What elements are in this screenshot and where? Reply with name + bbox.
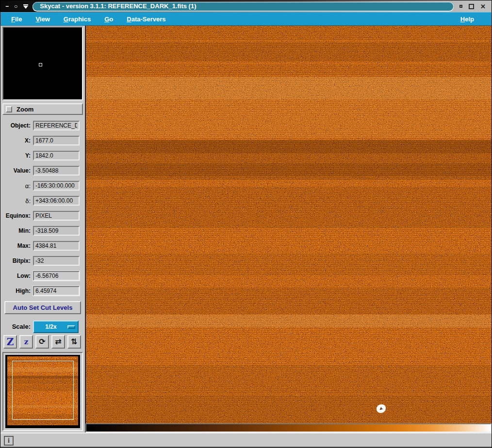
scale-row: Scale: 1/2x [0,320,85,333]
info-row-object: Object: [0,121,85,130]
min-field[interactable] [33,226,80,236]
window-title: Skycat - version 3.1.1: REFERENCE_DARK_1… [33,2,454,11]
object-field[interactable] [33,121,80,130]
scale-value: 1/2x [45,323,66,330]
zoom-in-button[interactable]: Z [3,335,17,349]
menu-view[interactable]: View [29,14,56,25]
auto-set-cut-levels-button[interactable]: Auto Set Cut Levels [4,301,81,314]
menubar: File View Graphics Go Data-Servers Help [0,12,492,26]
zoom-marker [39,63,42,66]
image-band [86,315,492,327]
equinox-label: Equinox: [0,212,31,219]
image-band [86,77,492,99]
x-field[interactable] [33,136,80,145]
titlebar[interactable]: − ○ Skycat - version 3.1.1: REFERENCE_DA… [0,0,492,12]
menu-go[interactable]: Go [98,14,120,25]
statusbar: i [0,432,492,448]
pan-window-frame [2,352,83,431]
image-band [86,26,492,40]
window-shade-icon[interactable] [23,4,29,9]
scale-option-menu[interactable]: 1/2x [33,320,79,333]
max-field[interactable] [33,241,80,251]
image-band [86,163,492,176]
high-field[interactable] [33,286,80,296]
bitpix-field[interactable] [33,256,80,266]
window-controls-right: ✕ [459,3,486,10]
maximize-icon[interactable] [469,4,474,9]
window-controls-left: − ○ [5,3,29,9]
delta-field[interactable] [33,196,80,206]
flip-x-button[interactable]: ⇄ [51,335,65,349]
zoom-in-icon: Z [7,337,14,347]
pan-band [7,419,78,425]
menu-file[interactable]: File [4,14,29,25]
orientation-toolbar: Z z ⟳ ⇄ ⇅ [3,335,81,349]
colorbar[interactable] [85,423,492,432]
main-content: Zoom Object: X: Y: Value: α: [0,26,492,432]
shade-bar [23,4,28,5]
pan-view-rectangle[interactable] [12,361,74,420]
image-canvas[interactable]: ➤ [85,26,492,423]
min-label: Min: [0,227,31,234]
flip-y-button[interactable]: ⇅ [67,335,81,349]
scale-label: Scale: [0,323,31,330]
zoom-toggle-row: Zoom [2,103,83,115]
info-icon[interactable]: i [4,436,14,446]
high-label: High: [0,288,31,294]
info-row-y: Y: [0,151,85,160]
flip-y-icon: ⇅ [71,338,77,346]
alpha-field[interactable] [33,181,80,191]
shade-triangle [23,6,28,9]
zoom-checkbox[interactable] [6,106,12,112]
image-band [86,288,492,314]
zoom-window-frame [2,27,83,100]
value-field[interactable] [33,166,80,176]
close-icon[interactable]: ✕ [480,3,486,10]
info-row-high: High: [0,286,85,296]
value-label: Value: [0,167,31,174]
delta-label: δ: [0,197,31,205]
y-field[interactable] [33,151,80,160]
flip-x-icon: ⇄ [55,338,61,346]
option-menu-indicator-icon [67,325,75,329]
info-row-equinox: Equinox: [0,211,85,221]
low-label: Low: [0,272,31,279]
menu-graphics[interactable]: Graphics [57,14,98,25]
image-band [86,254,492,275]
image-band [86,42,492,62]
bitpix-label: Bitpix: [0,257,31,264]
zoom-out-icon: z [24,338,29,346]
object-label: Object: [0,122,31,129]
rotate-button[interactable]: ⟳ [35,335,49,349]
window-dot-icon[interactable] [459,5,462,8]
image-band [86,64,492,75]
info-row-min: Min: [0,226,85,236]
menu-help[interactable]: Help [454,14,481,25]
max-label: Max: [0,242,31,249]
pan-thumbnail[interactable] [7,356,78,425]
rotate-icon: ⟳ [39,338,45,346]
zoom-out-button[interactable]: z [19,335,33,349]
info-row-delta: δ: [0,196,85,206]
equinox-field[interactable] [33,211,80,221]
info-row-alpha: α: [0,181,85,191]
y-label: Y: [0,152,31,159]
image-band [86,365,492,394]
info-row-value: Value: [0,166,85,176]
control-panel: Zoom Object: X: Y: Value: α: [0,26,85,432]
image-band [86,395,492,423]
x-label: X: [0,137,31,144]
image-band [86,140,492,153]
window-circle-icon[interactable]: ○ [14,3,17,9]
image-column: ➤ [85,26,492,432]
pan-window-canvas [5,355,80,428]
low-field[interactable] [33,271,80,281]
image-band [86,99,492,138]
image-band [86,187,492,228]
menu-data-servers[interactable]: Data-Servers [120,14,172,25]
alpha-label: α: [0,182,31,190]
info-row-x: X: [0,136,85,145]
info-row-max: Max: [0,241,85,251]
zoom-checkbox-label: Zoom [16,106,33,113]
minimize-icon[interactable]: − [5,3,9,9]
